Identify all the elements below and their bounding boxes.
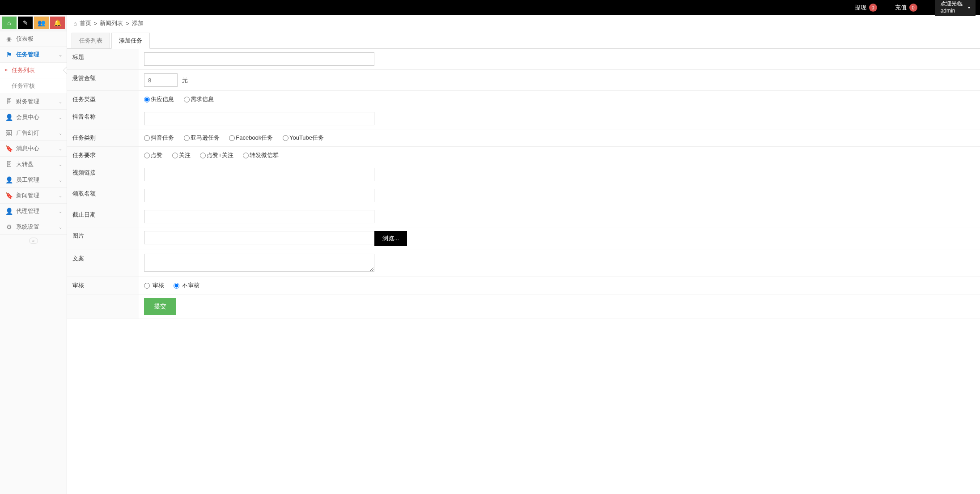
- image-icon: 🖼: [4, 129, 13, 136]
- radio-facebook[interactable]: Facebook任务: [229, 134, 273, 141]
- edit-button[interactable]: ✎: [18, 17, 33, 29]
- user-icon: 👤: [4, 114, 13, 121]
- user-menu[interactable]: 欢迎光临, admin ▾: [935, 0, 976, 16]
- sidebar-item-task-mgmt[interactable]: ⚑ 任务管理 ⌄: [0, 47, 67, 63]
- sidebar-item-ads[interactable]: 🖼 广告幻灯 ⌄: [0, 125, 67, 141]
- sidebar-item-label: 大转盘: [16, 160, 34, 168]
- radio-follow[interactable]: 关注: [172, 152, 191, 158]
- breadcrumb-home[interactable]: 首页: [80, 19, 91, 27]
- quota-input[interactable]: [144, 189, 374, 202]
- sidebar-item-news[interactable]: 🔖 新闻管理 ⌄: [0, 188, 67, 204]
- chevron-down-icon: ⌄: [59, 131, 62, 136]
- chevron-down-icon: ⌄: [59, 52, 62, 57]
- radio-douyin[interactable]: 抖音任务: [144, 134, 174, 141]
- sidebar-item-member[interactable]: 👤 会员中心 ⌄: [0, 110, 67, 125]
- sidebar-item-staff[interactable]: 👤 员工管理 ⌄: [0, 172, 67, 188]
- breadcrumb-level1[interactable]: 新闻列表: [100, 19, 123, 27]
- tab-add-task[interactable]: 添加任务: [111, 33, 150, 49]
- label-reward: 悬赏金额: [67, 70, 139, 91]
- label-video-link: 视频链接: [67, 164, 139, 185]
- radio-demand[interactable]: 需求信息: [184, 96, 214, 102]
- sidebar-item-label: 仪表板: [16, 35, 34, 43]
- label-task-type: 任务类型: [67, 91, 139, 108]
- action-bar: ⌂ ✎ 👥 🔔: [0, 15, 67, 31]
- radio-amazon[interactable]: 亚马逊任务: [184, 134, 220, 141]
- sidebar-item-label: 代理管理: [16, 207, 39, 215]
- chevron-down-icon: ⌄: [59, 115, 62, 120]
- radio-audit-yes[interactable]: 审核: [144, 282, 164, 289]
- radio-like[interactable]: 点赞: [144, 152, 162, 158]
- sidebar-item-label: 消息中心: [16, 145, 39, 153]
- sidebar-item-finance[interactable]: 🗄 财务管理 ⌄: [0, 94, 67, 110]
- home-button[interactable]: ⌂: [2, 17, 17, 29]
- label-deadline: 截止日期: [67, 206, 139, 227]
- bell-icon: 🔔: [54, 19, 61, 26]
- label-audit: 审核: [67, 277, 139, 294]
- sidebar-item-settings[interactable]: ⚙ 系统设置 ⌄: [0, 219, 67, 235]
- chevron-down-icon: ⌄: [59, 162, 62, 167]
- radio-like-follow[interactable]: 点赞+关注: [200, 152, 233, 158]
- label-douyin-name: 抖音名称: [67, 108, 139, 129]
- sidebar-item-message[interactable]: 🔖 消息中心 ⌄: [0, 141, 67, 157]
- submit-button[interactable]: 提交: [144, 298, 176, 315]
- home-icon: ⌂: [73, 20, 77, 27]
- deadline-input[interactable]: [144, 210, 374, 223]
- notify-button[interactable]: 🔔: [50, 17, 65, 29]
- user-icon: 👤: [4, 208, 13, 215]
- radio-forward-wechat[interactable]: 转发微信群: [243, 152, 279, 158]
- breadcrumb: ⌂ 首页 > 新闻列表 > 添加: [67, 15, 980, 32]
- gear-icon: ⚙: [4, 223, 13, 230]
- briefcase-icon: 🗄: [4, 161, 13, 168]
- recharge-label: 充值: [895, 4, 907, 12]
- image-path-input[interactable]: [144, 231, 374, 244]
- sidebar-item-dashboard[interactable]: ◉ 仪表板: [0, 31, 67, 47]
- user-name: admin: [941, 8, 963, 15]
- withdraw-link[interactable]: 提现 0: [855, 4, 877, 12]
- briefcase-icon: 🗄: [4, 98, 13, 105]
- sidebar-item-label: 系统设置: [16, 223, 39, 231]
- radio-youtube[interactable]: YouTube任务: [283, 134, 324, 141]
- sidebar-item-wheel[interactable]: 🗄 大转盘 ⌄: [0, 157, 67, 172]
- users-button[interactable]: 👥: [34, 17, 49, 29]
- title-input[interactable]: [144, 52, 374, 66]
- sidebar-sub-task-audit[interactable]: 任务审核: [0, 78, 67, 94]
- pencil-icon: ✎: [23, 19, 28, 26]
- flag-icon: ⚑: [4, 51, 13, 58]
- label-task-category: 任务类别: [67, 129, 139, 147]
- home-icon: ⌂: [7, 19, 11, 26]
- copy-textarea[interactable]: [144, 254, 374, 272]
- tab-task-list[interactable]: 任务列表: [72, 33, 110, 48]
- collapse-sidebar-button[interactable]: «: [29, 238, 38, 244]
- caret-down-icon: ▾: [968, 4, 970, 10]
- user-greeting: 欢迎光临,: [941, 0, 963, 8]
- label-quota: 领取名额: [67, 185, 139, 206]
- label-title: 标题: [67, 49, 139, 70]
- reward-input[interactable]: [144, 73, 178, 87]
- withdraw-label: 提现: [855, 4, 866, 12]
- sidebar-sub-task-list[interactable]: 任务列表: [0, 63, 67, 78]
- sidebar-item-label: 会员中心: [16, 113, 39, 121]
- sidebar-item-label: 任务审核: [12, 82, 35, 89]
- radio-supply[interactable]: 供应信息: [144, 96, 174, 102]
- dashboard-icon: ◉: [4, 35, 13, 43]
- chevron-down-icon: ⌄: [59, 225, 62, 230]
- sidebar-item-label: 新闻管理: [16, 192, 39, 200]
- sidebar-item-label: 员工管理: [16, 176, 39, 184]
- sidebar-item-label: 广告幻灯: [16, 129, 39, 137]
- video-link-input[interactable]: [144, 168, 374, 181]
- chevron-down-icon: ⌄: [59, 146, 62, 151]
- sidebar-item-label: 财务管理: [16, 98, 39, 106]
- nav: ◉ 仪表板 ⚑ 任务管理 ⌄ 任务列表 任务审核 🗄 财务管理 ⌄: [0, 31, 67, 494]
- users-icon: 👥: [38, 19, 45, 26]
- reward-unit: 元: [182, 77, 188, 84]
- douyin-name-input[interactable]: [144, 112, 374, 125]
- radio-audit-no[interactable]: 不审核: [174, 282, 199, 289]
- browse-button[interactable]: 浏览...: [374, 231, 407, 246]
- bookmark-icon: 🔖: [4, 145, 13, 152]
- chevron-left-icon: «: [32, 238, 35, 243]
- recharge-link[interactable]: 充值 0: [895, 4, 917, 12]
- sidebar-item-agent[interactable]: 👤 代理管理 ⌄: [0, 204, 67, 219]
- topbar: 提现 0 充值 0 欢迎光临, admin ▾: [0, 0, 980, 15]
- sidebar-item-label: 任务列表: [12, 67, 35, 73]
- label-image: 图片: [67, 227, 139, 250]
